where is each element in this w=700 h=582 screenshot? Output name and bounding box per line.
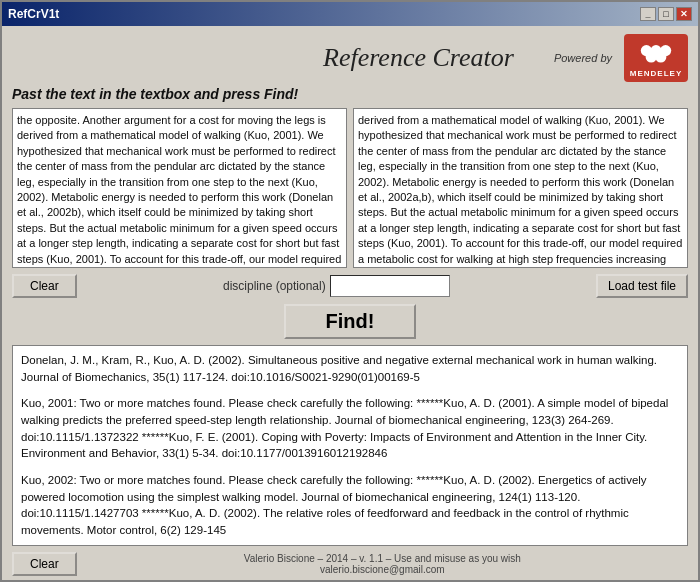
footer-line1: Valerio Biscione – 2014 – v. 1.1 – Use a… [77, 553, 688, 564]
discipline-input[interactable] [330, 275, 450, 297]
mendeley-text: MENDELEY [630, 69, 682, 78]
clear-bottom-button[interactable]: Clear [12, 552, 77, 576]
powered-by-label: Powered by [554, 52, 612, 64]
title-bar-controls: _ □ ✕ [640, 7, 692, 21]
result-item-0: Donelan, J. M., Kram, R., Kuo, A. D. (20… [21, 352, 679, 385]
discipline-label: discipline (optional) [223, 279, 326, 293]
svg-point-3 [646, 51, 657, 62]
app-title: Reference Creator [283, 43, 554, 73]
clear-top-button[interactable]: Clear [12, 274, 77, 298]
mendeley-logo: MENDELEY [624, 34, 688, 82]
find-button[interactable]: Find! [284, 304, 417, 339]
find-row: Find! [12, 304, 688, 339]
footer-line2: valerio.biscione@gmail.com [77, 564, 688, 575]
header: Reference Creator Powered by MENDELEY [12, 34, 688, 82]
subtitle: Past the text in the textbox and press F… [12, 86, 688, 102]
mendeley-logo-icon [640, 39, 672, 67]
results-box[interactable]: Donelan, J. M., Kram, R., Kuo, A. D. (20… [12, 345, 688, 546]
text-areas-container: the opposite. Another argument for a cos… [12, 108, 688, 268]
main-content: Reference Creator Powered by MENDELEY Pa… [2, 26, 698, 582]
load-test-button[interactable]: Load test file [596, 274, 688, 298]
result-item-1: Kuo, 2001: Two or more matches found. Pl… [21, 395, 679, 462]
discipline-container: discipline (optional) [223, 275, 450, 297]
result-item-2: Kuo, 2002: Two or more matches found. Pl… [21, 472, 679, 539]
maximize-button[interactable]: □ [658, 7, 674, 21]
close-button[interactable]: ✕ [676, 7, 692, 21]
footer-text: Valerio Biscione – 2014 – v. 1.1 – Use a… [77, 553, 688, 575]
svg-point-4 [655, 51, 666, 62]
header-right: Powered by MENDELEY [554, 34, 688, 82]
right-text-box[interactable]: derived from a mathematical model of wal… [353, 108, 688, 268]
left-text-box[interactable]: the opposite. Another argument for a cos… [12, 108, 347, 268]
bottom-bar: Clear Valerio Biscione – 2014 – v. 1.1 –… [12, 552, 688, 576]
right-text-content: derived from a mathematical model of wal… [358, 113, 683, 268]
left-text-content: the opposite. Another argument for a cos… [17, 113, 342, 268]
title-bar-text: RefCrV1t [8, 7, 59, 21]
controls-row: Clear discipline (optional) Load test fi… [12, 274, 688, 298]
minimize-button[interactable]: _ [640, 7, 656, 21]
title-bar: RefCrV1t _ □ ✕ [2, 2, 698, 26]
